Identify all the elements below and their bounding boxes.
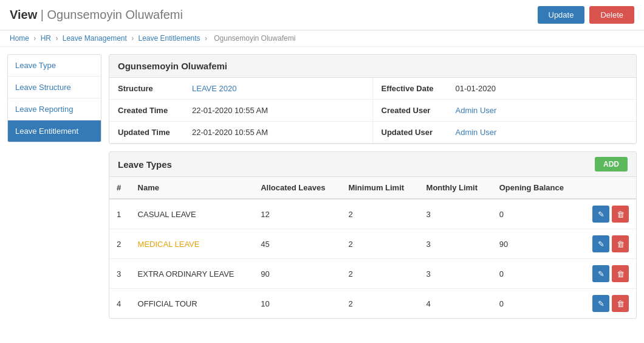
cell-opening: 0	[492, 259, 580, 289]
leave-types-title: Leave Types	[118, 159, 172, 170]
created-user-value: Admin User	[456, 106, 497, 115]
col-opening: Opening Balance	[492, 177, 580, 199]
cell-min: 2	[341, 289, 419, 319]
delete-row-button[interactable]: 🗑	[612, 206, 629, 223]
info-card-title: Ogunsemoyin Oluwafemi	[109, 55, 636, 78]
updated-time-label: Updated Time	[118, 128, 185, 137]
cell-name: CASUAL LEAVE	[131, 199, 254, 229]
delete-row-button[interactable]: 🗑	[612, 295, 629, 312]
cell-name: MEDICAL LEAVE	[131, 229, 254, 259]
edit-button[interactable]: ✎	[592, 235, 609, 252]
col-allocated: Allocated Leaves	[253, 177, 341, 199]
content-area: Ogunsemoyin Oluwafemi Structure LEAVE 20…	[109, 54, 637, 319]
breadcrumb-leave-entitlements[interactable]: Leave Entitlements	[139, 34, 200, 43]
sidebar-item-leave-reporting[interactable]: Leave Reporting	[8, 99, 101, 120]
leave-types-header: Leave Types ADD	[109, 152, 636, 177]
breadcrumb-leave-management[interactable]: Leave Management	[63, 34, 127, 43]
cell-min: 2	[341, 259, 419, 289]
update-button[interactable]: Update	[538, 6, 585, 24]
updated-time-value: 22-01-2020 10:55 AM	[192, 128, 268, 137]
table-header-row: # Name Allocated Leaves Minimum Limit Mo…	[109, 177, 636, 199]
created-user-label: Created User	[382, 106, 448, 115]
updated-user-value: Admin User	[456, 128, 497, 137]
cell-monthly: 3	[419, 229, 492, 259]
breadcrumb-current: Ogunsemoyin Oluwafemi	[214, 34, 295, 43]
sidebar-item-leave-entitlement[interactable]: Leave Entitlement	[8, 120, 101, 142]
col-num: #	[109, 177, 131, 199]
info-updated-time: Updated Time 22-01-2020 10:55 AM	[109, 122, 373, 144]
cell-opening: 0	[492, 199, 580, 229]
cell-allocated: 45	[253, 229, 341, 259]
col-actions	[580, 177, 636, 199]
effective-date-value: 01-01-2020	[456, 84, 496, 93]
cell-min: 2	[341, 229, 419, 259]
breadcrumb-home[interactable]: Home	[10, 34, 29, 43]
cell-num: 4	[109, 289, 131, 319]
cell-opening: 90	[492, 229, 580, 259]
breadcrumb: Home › HR › Leave Management › Leave Ent…	[0, 30, 644, 47]
cell-allocated: 10	[253, 289, 341, 319]
created-time-label: Created Time	[118, 106, 185, 115]
cell-actions: ✎ 🗑	[580, 229, 636, 259]
cell-num: 3	[109, 259, 131, 289]
edit-button[interactable]: ✎	[592, 295, 609, 312]
info-effective-date: Effective Date 01-01-2020	[373, 78, 637, 100]
cell-allocated: 12	[253, 199, 341, 229]
cell-name: OFFICIAL TOUR	[131, 289, 254, 319]
cell-monthly: 4	[419, 289, 492, 319]
info-grid: Structure LEAVE 2020 Effective Date 01-0…	[109, 78, 636, 144]
sidebar: Leave Type Leave Structure Leave Reporti…	[7, 54, 101, 142]
cell-actions: ✎ 🗑	[580, 289, 636, 319]
table-row: 1 CASUAL LEAVE 12 2 3 0 ✎ 🗑	[109, 199, 636, 229]
cell-num: 2	[109, 229, 131, 259]
cell-num: 1	[109, 199, 131, 229]
table-row: 3 EXTRA ORDINARY LEAVE 90 2 3 0 ✎ 🗑	[109, 259, 636, 289]
table-row: 2 MEDICAL LEAVE 45 2 3 90 ✎ 🗑	[109, 229, 636, 259]
info-created-time: Created Time 22-01-2020 10:55 AM	[109, 100, 373, 122]
cell-name: EXTRA ORDINARY LEAVE	[131, 259, 254, 289]
delete-row-button[interactable]: 🗑	[612, 235, 629, 252]
cell-monthly: 3	[419, 259, 492, 289]
col-monthly: Monthly Limit	[419, 177, 492, 199]
sidebar-item-leave-type[interactable]: Leave Type	[8, 55, 101, 77]
cell-monthly: 3	[419, 199, 492, 229]
delete-button[interactable]: Delete	[589, 6, 634, 24]
col-name: Name	[131, 177, 254, 199]
info-created-user: Created User Admin User	[373, 100, 637, 122]
sidebar-item-leave-structure[interactable]: Leave Structure	[8, 77, 101, 99]
table-row: 4 OFFICIAL TOUR 10 2 4 0 ✎ 🗑	[109, 289, 636, 319]
page-header: View | Ogunsemoyin Oluwafemi Update Dele…	[0, 0, 644, 30]
updated-user-label: Updated User	[382, 128, 448, 137]
edit-button[interactable]: ✎	[592, 265, 609, 282]
info-updated-user: Updated User Admin User	[373, 122, 637, 144]
cell-min: 2	[341, 199, 419, 229]
created-time-value: 22-01-2020 10:55 AM	[192, 106, 268, 115]
leave-types-table: # Name Allocated Leaves Minimum Limit Mo…	[109, 177, 636, 318]
cell-actions: ✎ 🗑	[580, 259, 636, 289]
header-buttons: Update Delete	[538, 6, 635, 24]
structure-value: LEAVE 2020	[192, 84, 236, 93]
col-min: Minimum Limit	[341, 177, 419, 199]
cell-actions: ✎ 🗑	[580, 199, 636, 229]
structure-label: Structure	[118, 84, 185, 93]
edit-button[interactable]: ✎	[592, 206, 609, 223]
add-button[interactable]: ADD	[595, 157, 628, 172]
leave-types-card: Leave Types ADD # Name Allocated Leaves …	[109, 151, 637, 319]
cell-opening: 0	[492, 289, 580, 319]
breadcrumb-hr[interactable]: HR	[41, 34, 51, 43]
main-layout: Leave Type Leave Structure Leave Reporti…	[0, 47, 644, 326]
delete-row-button[interactable]: 🗑	[612, 265, 629, 282]
page-title: View | Ogunsemoyin Oluwafemi	[10, 8, 183, 22]
cell-allocated: 90	[253, 259, 341, 289]
info-card: Ogunsemoyin Oluwafemi Structure LEAVE 20…	[109, 54, 637, 144]
effective-date-label: Effective Date	[382, 84, 448, 93]
info-structure: Structure LEAVE 2020	[109, 78, 373, 100]
